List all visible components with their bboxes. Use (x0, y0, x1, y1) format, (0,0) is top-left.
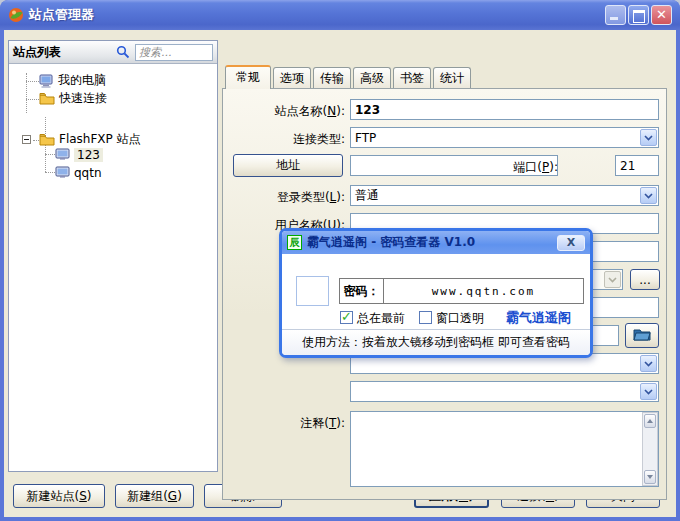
revealed-password-field[interactable] (383, 278, 584, 304)
folder-icon (39, 133, 55, 146)
password-viewer-close-button[interactable]: X (557, 235, 585, 251)
viewer-password-label: 密码： (339, 278, 383, 304)
notes-textarea[interactable] (350, 411, 659, 487)
chevron-down-icon (640, 383, 657, 400)
tree-collapse-toggle[interactable] (22, 135, 31, 144)
password-viewer-titlebar: 辰 霸气逍遥阁 - 密码查看器 V1.0 X (282, 231, 590, 254)
site-manager-window: 站点管理器 ✕ 站点列表 (0, 0, 680, 521)
check-icon: ✓ (341, 309, 352, 324)
tab-options[interactable]: 选项 (273, 67, 311, 88)
site-list-title: 站点列表 (13, 44, 116, 61)
site-icon (55, 166, 70, 179)
port-input[interactable] (615, 155, 659, 176)
tree-guide (26, 81, 39, 82)
certificate-browse-button[interactable]: ... (630, 269, 660, 290)
site-name-input[interactable] (350, 99, 659, 120)
window-title: 站点管理器 (29, 6, 603, 24)
site-list-panel: 站点列表 (8, 40, 218, 472)
minimize-button[interactable] (605, 5, 626, 25)
local-path-browse-button[interactable] (625, 323, 659, 348)
always-on-top-checkbox[interactable]: ✓ (340, 311, 353, 324)
login-type-select[interactable]: 普通 (350, 185, 659, 206)
tree-item-label: 快速连接 (59, 90, 107, 107)
tab-advanced[interactable]: 高级 (353, 67, 391, 88)
password-viewer-app-icon: 辰 (287, 235, 302, 250)
close-window-button[interactable]: ✕ (651, 5, 672, 25)
tree-item-label: 123 (74, 148, 103, 162)
chevron-down-icon (640, 187, 657, 204)
tree-item-quick-connect[interactable]: 快速连接 (39, 90, 107, 107)
search-icon (116, 45, 130, 59)
titlebar: 站点管理器 ✕ (0, 0, 680, 30)
usage-instructions: 使用方法：按着放大镜移动到密码框 即可查看密码 (282, 329, 590, 355)
maximize-button[interactable] (628, 5, 649, 25)
password-viewer-window: 辰 霸气逍遥阁 - 密码查看器 V1.0 X 密码： ✓ 总在最前 窗口透明 霸… (279, 228, 593, 358)
scroll-up-icon[interactable] (644, 414, 656, 428)
site-icon (55, 148, 70, 161)
connection-type-label: 连接类型: (225, 131, 345, 148)
tree-item-site-qqtn[interactable]: qqtn (55, 164, 102, 181)
vendor-link[interactable]: 霸气逍遥阁 (506, 309, 571, 327)
tree-guide (45, 154, 55, 155)
site-name-label: 站点名称(N): (225, 103, 345, 120)
login-type-label: 登录类型(L): (225, 189, 345, 206)
notes-label: 注释(T): (225, 415, 345, 432)
tree-guide (45, 172, 55, 173)
search-input[interactable] (135, 44, 213, 61)
address-button[interactable]: 地址 (233, 154, 343, 177)
chevron-down-icon (640, 129, 657, 146)
chevron-down-icon (640, 355, 657, 372)
chevron-down-icon (604, 271, 621, 288)
transparent-label: 窗口透明 (436, 310, 484, 327)
port-label: 端口(P): (500, 159, 558, 176)
notes-scrollbar[interactable] (642, 412, 658, 486)
new-group-button[interactable]: 新建组(G) (115, 484, 194, 508)
tree-item-my-computer[interactable]: 我的电脑 (39, 72, 106, 89)
tab-general[interactable]: 常规 (225, 65, 271, 89)
timezone-select[interactable] (350, 381, 659, 402)
folder-icon (39, 92, 55, 105)
flashfxp-icon (8, 7, 24, 23)
site-list-header: 站点列表 (9, 41, 217, 64)
tree-guide (26, 73, 27, 113)
tree-item-label: 我的电脑 (58, 72, 106, 89)
tree-item-site-123[interactable]: 123 (55, 146, 103, 163)
computer-icon (39, 74, 54, 88)
site-tree: 我的电脑 快速连接 FlashFXP 站点 (9, 65, 217, 471)
new-site-button[interactable]: 新建站点(S) (13, 484, 105, 508)
magnifier-drag-box[interactable] (296, 276, 329, 306)
scroll-down-icon[interactable] (644, 470, 656, 484)
transparent-checkbox[interactable] (419, 311, 432, 324)
folder-open-icon (633, 327, 651, 341)
connection-type-select[interactable]: FTP (350, 127, 659, 148)
always-on-top-label: 总在最前 (357, 310, 405, 327)
tab-bookmarks[interactable]: 书签 (393, 67, 431, 88)
tree-item-label: qqtn (74, 166, 102, 180)
tab-transfer[interactable]: 传输 (313, 67, 351, 88)
tree-guide (26, 99, 39, 100)
tab-statistics[interactable]: 统计 (433, 67, 471, 88)
password-viewer-title: 霸气逍遥阁 - 密码查看器 V1.0 (307, 234, 557, 251)
